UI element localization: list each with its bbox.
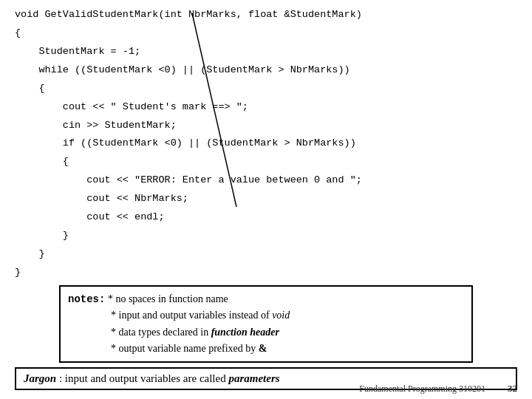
code-line-3: StudentMark = -1; bbox=[15, 44, 517, 60]
code-line-1: void GetValidStudentMark(int NbrMarks, f… bbox=[15, 7, 517, 23]
code-line-8: if ((StudentMark <0) || (StudentMark > N… bbox=[15, 136, 517, 151]
code-line-9: { bbox=[15, 154, 517, 170]
footer-page: 32 bbox=[508, 383, 517, 395]
notes-void: void bbox=[272, 310, 290, 321]
code-line-11: cout << NbrMarks; bbox=[15, 191, 517, 207]
notes-line-2: * input and output variables instead of … bbox=[111, 307, 464, 324]
notes-line-4: * output variable name prefixed by & bbox=[111, 341, 464, 357]
main-container: void GetValidStudentMark(int NbrMarks, f… bbox=[0, 0, 532, 399]
code-line-13: } bbox=[15, 228, 517, 244]
notes-line-3: * data types declared in function header bbox=[111, 324, 464, 341]
code-line-12: cout << endl; bbox=[15, 210, 517, 225]
notes-line-1: notes: * no spaces in function name bbox=[68, 291, 464, 307]
footer-course: Fundamental Programming 310201 bbox=[359, 383, 485, 395]
code-line-4: while ((StudentMark <0) || (StudentMark … bbox=[15, 63, 517, 78]
code-line-10: cout << "ERROR: Enter a value between 0 … bbox=[15, 173, 517, 188]
notes-ampersand: & bbox=[259, 343, 267, 354]
notes-label: notes: bbox=[68, 291, 105, 307]
code-line-2: { bbox=[15, 26, 517, 41]
code-line-7: cin >> StudentMark; bbox=[15, 118, 517, 134]
notes-item-1: * no spaces in function name bbox=[108, 291, 228, 307]
notes-function-header: function header bbox=[211, 327, 279, 338]
code-line-5: { bbox=[15, 81, 517, 97]
code-line-15: } bbox=[15, 265, 517, 281]
notes-box: notes: * no spaces in function name * in… bbox=[59, 285, 473, 364]
code-line-14: } bbox=[15, 247, 517, 262]
code-line-6: cout << " Student's mark ==> "; bbox=[15, 100, 517, 115]
footer: Fundamental Programming 310201 32 bbox=[0, 383, 517, 395]
